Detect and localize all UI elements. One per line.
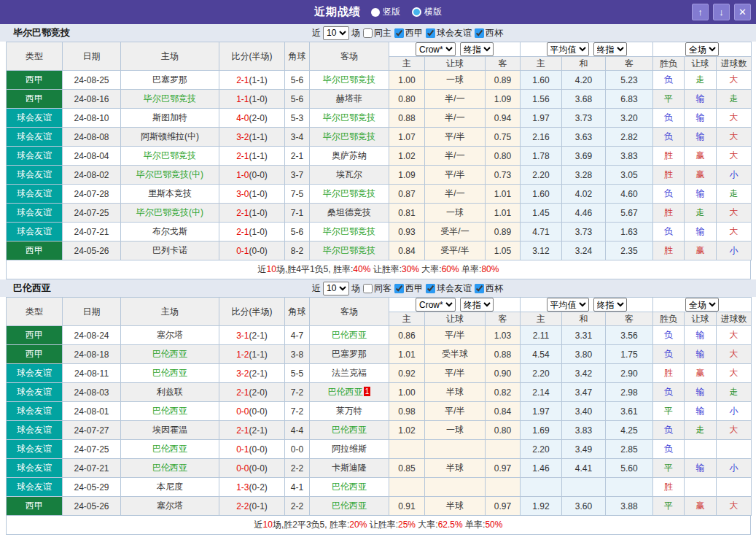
league-filter-friendly[interactable]: 球会友谊	[425, 282, 472, 295]
move-up-button[interactable]: ↑	[692, 4, 709, 20]
home-team-name: 毕尔巴鄂竞技(中)	[136, 169, 203, 179]
corner-score: 4-1	[285, 478, 310, 497]
cup-checkbox[interactable]	[475, 284, 484, 293]
home-team-name: 塞尔塔	[157, 501, 183, 511]
result-handicap: 赢	[685, 147, 717, 166]
match-row: 球会友谊24-08-10斯图加特4-0(2-0)5-3毕尔巴鄂竞技0.88半/一…	[7, 109, 752, 128]
avg-draw: 3.80	[562, 345, 606, 364]
col-header-odds-home: 主	[389, 57, 425, 71]
avg-draw: 3.68	[562, 90, 606, 109]
avg-stage-select[interactable]: 终指	[593, 298, 627, 312]
league-filter-cup[interactable]: 西杯	[474, 27, 503, 39]
avg-away: 1.75	[606, 345, 653, 364]
avg-draw: 4.41	[562, 459, 606, 478]
match-type-badge: 球会友谊	[7, 440, 63, 459]
liga-checkbox[interactable]	[394, 28, 404, 38]
same-venue-filter[interactable]: 同客	[362, 282, 391, 295]
league-filter-liga[interactable]: 西甲	[394, 27, 423, 39]
match-date: 24-08-18	[63, 345, 121, 364]
avg-away: 2.98	[606, 383, 653, 402]
match-row: 球会友谊24-07-25巴伦西亚0-1(0-0)0-0阿拉维斯2.203.492…	[7, 440, 752, 459]
odds-source-select[interactable]: Crow*	[416, 42, 456, 56]
avg-source-select[interactable]: 平均值	[547, 42, 589, 56]
away-team: 莱万特	[310, 402, 389, 421]
same-venue-checkbox[interactable]	[363, 284, 373, 293]
cup-checkbox[interactable]	[475, 28, 484, 38]
summary-segment: 25%	[398, 519, 416, 530]
result-handicap	[685, 440, 717, 459]
liga-checkbox[interactable]	[394, 284, 404, 293]
match-row: 西甲24-05-26塞尔塔2-2(0-1)2-2巴伦西亚0.91半球0.971.…	[7, 497, 752, 516]
avg-away: 2.82	[606, 128, 653, 147]
col-header-home: 主场	[121, 298, 219, 326]
odds-source-select[interactable]: Crow*	[416, 298, 456, 312]
match-count-select[interactable]: 10	[323, 26, 349, 40]
team-section-bar: 巴伦西亚 近 10 场 同客 西甲 球会友谊 西杯	[0, 279, 756, 297]
league-filter-friendly[interactable]: 球会友谊	[425, 27, 472, 39]
summary-segment: 场,胜4平1负5, 胜率:	[276, 264, 353, 274]
result-handicap	[685, 478, 717, 497]
match-type-badge: 球会友谊	[7, 421, 63, 440]
result-winloss: 胜	[653, 166, 685, 185]
close-button[interactable]: ✕	[734, 4, 751, 20]
avg-home	[521, 478, 562, 497]
corner-score: 5-6	[285, 71, 310, 90]
team-section-bar: 毕尔巴鄂竞技 近 10 场 同主 西甲 球会友谊 西杯	[0, 24, 756, 42]
home-team: 本尼度	[121, 478, 219, 497]
league-filter-liga[interactable]: 西甲	[394, 282, 423, 295]
view-option-horizontal[interactable]: 横版	[412, 6, 442, 18]
view-option-vertical[interactable]: 竖版	[371, 6, 400, 18]
summary-segment: 20%	[349, 519, 367, 530]
away-team: 巴伦西亚	[310, 497, 389, 516]
away-team-name: 巴伦西亚	[332, 330, 367, 340]
avg-draw: 3.73	[562, 223, 606, 242]
move-down-button[interactable]: ↓	[713, 4, 730, 20]
odds-stage-select[interactable]: 终指	[460, 42, 494, 56]
avg-stage-select[interactable]: 终指	[593, 42, 627, 56]
away-team-name: 埃瓦尔	[336, 169, 362, 179]
away-team-name: 巴伦西亚	[328, 387, 363, 397]
view-mode-radio-group: 竖版 横版	[371, 6, 442, 18]
avg-source-select[interactable]: 平均值	[547, 298, 589, 312]
corner-score: 4-7	[285, 326, 310, 345]
match-count-select[interactable]: 10	[323, 282, 349, 295]
home-team-name: 阿斯顿维拉(中)	[141, 131, 199, 142]
same-venue-filter[interactable]: 同主	[362, 27, 391, 39]
avg-draw: 4.20	[562, 71, 606, 90]
home-team-name: 埃因霍温	[152, 425, 187, 435]
home-team: 巴伦西亚	[121, 402, 219, 421]
match-row: 西甲24-08-24塞尔塔3-1(2-1)4-7巴伦西亚0.86平/半1.032…	[7, 326, 752, 345]
match-date: 24-08-11	[63, 364, 121, 383]
avg-home: 3.12	[521, 242, 562, 260]
odds-away: 1.03	[486, 326, 521, 345]
match-row: 球会友谊24-07-28里斯本竞技3-0(1-0)7-5毕尔巴鄂竞技0.87半/…	[7, 185, 752, 204]
result-group-header: 全场	[653, 42, 752, 57]
odds-home: 0.81	[389, 204, 425, 223]
avg-draw: 3.42	[562, 364, 606, 383]
filter-bar: 近 10 场 同客 西甲 球会友谊 西杯	[312, 282, 503, 295]
odds-home: 0.85	[389, 459, 425, 478]
team-name: 毕尔巴鄂竞技	[13, 26, 70, 39]
titlebar-buttons: ↑ ↓ ✕	[692, 4, 751, 20]
odds-away: 0.97	[486, 497, 521, 516]
away-team-name: 卡斯迪隆	[332, 463, 367, 473]
league-filter-cup[interactable]: 西杯	[474, 282, 503, 295]
odds-stage-select[interactable]: 终指	[460, 298, 494, 312]
friendly-checkbox[interactable]	[426, 284, 435, 293]
result-winloss: 负	[653, 223, 685, 242]
same-venue-checkbox[interactable]	[363, 28, 373, 38]
odds-home: 0.88	[389, 109, 425, 128]
match-score: 0-1(0-0)	[219, 242, 285, 260]
match-type-badge: 西甲	[7, 326, 63, 345]
unit-label: 场	[351, 27, 360, 39]
scope-select[interactable]: 全场	[685, 298, 719, 312]
match-type-badge: 西甲	[7, 71, 63, 90]
match-score: 3-0(1-0)	[219, 185, 285, 204]
match-score: 2-1(1-0)	[219, 204, 285, 223]
result-handicap: 输	[685, 90, 717, 109]
friendly-checkbox[interactable]	[426, 28, 435, 38]
scope-select[interactable]: 全场	[685, 42, 719, 56]
avg-home: 1.45	[521, 204, 562, 223]
match-row: 球会友谊24-07-21布尔戈斯2-1(1-0)5-6毕尔巴鄂竞技0.93受半/…	[7, 223, 752, 242]
summary-segment: 场,胜2平3负5, 胜率:	[273, 519, 349, 530]
